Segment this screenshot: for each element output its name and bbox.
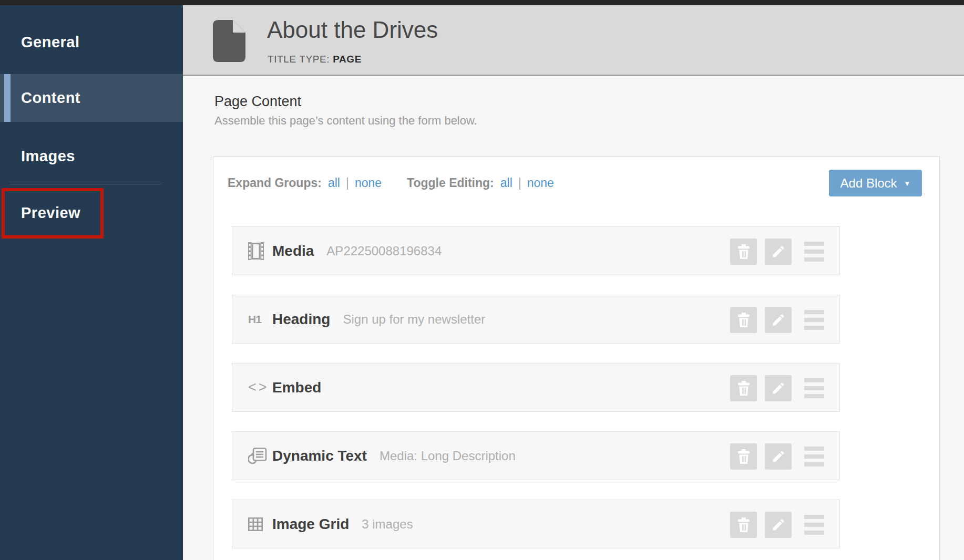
edit-block-button[interactable]	[765, 443, 792, 470]
trash-icon	[737, 449, 751, 464]
drag-handle-icon[interactable]	[804, 513, 824, 536]
block-sublabel: AP22250088196834	[326, 244, 442, 258]
drag-handle-icon[interactable]	[804, 376, 824, 400]
title-type-value: PAGE	[333, 54, 362, 65]
edit-block-button[interactable]	[765, 512, 792, 538]
separator: |	[346, 176, 349, 190]
sidebar-item-images[interactable]: Images	[0, 132, 183, 180]
block-label: Dynamic Text	[272, 448, 367, 464]
main-content: Page Content Assemble this page’s conten…	[183, 78, 964, 560]
delete-block-button[interactable]	[730, 307, 757, 333]
expand-groups-none-link[interactable]: none	[355, 176, 382, 190]
block-label: Heading	[272, 311, 330, 328]
title-type-label: TITLE TYPE:	[268, 54, 330, 65]
sidebar-item-general[interactable]: General	[0, 18, 183, 66]
heading-icon: H1	[248, 313, 272, 326]
image-grid-icon	[248, 517, 272, 531]
embed-icon: <>	[248, 379, 272, 396]
toggle-editing-label: Toggle Editing:	[407, 176, 494, 190]
separator: |	[518, 176, 521, 190]
block-label: Image Grid	[272, 516, 349, 533]
document-icon	[213, 20, 245, 62]
delete-block-button[interactable]	[730, 238, 757, 265]
browser-chrome-strip	[0, 0, 964, 5]
edit-block-button[interactable]	[765, 375, 792, 401]
trash-icon	[737, 313, 751, 327]
expand-groups-label: Expand Groups:	[228, 176, 322, 190]
trash-icon	[737, 381, 751, 396]
title-type: TITLE TYPE:PAGE	[268, 54, 362, 65]
drag-handle-icon[interactable]	[804, 240, 824, 263]
pencil-icon	[771, 381, 786, 396]
pencil-icon	[771, 313, 786, 327]
trash-icon	[737, 244, 751, 259]
sidebar-item-preview[interactable]: Preview	[0, 189, 183, 237]
page-title: About the Drives	[267, 17, 438, 43]
block-row-image-grid: Image Grid 3 images	[232, 500, 840, 548]
pencil-icon	[771, 449, 786, 464]
pencil-icon	[771, 244, 786, 259]
pencil-icon	[771, 517, 786, 532]
media-icon	[248, 242, 272, 260]
title-header: About the Drives TITLE TYPE:PAGE	[183, 5, 964, 76]
block-row-heading: H1 Heading Sign up for my newsletter	[232, 295, 840, 344]
sidebar-item-label: General	[21, 34, 80, 51]
section-heading: Page Content	[214, 94, 301, 110]
sidebar-item-label: Images	[21, 148, 75, 165]
block-label: Media	[272, 243, 314, 260]
delete-block-button[interactable]	[730, 512, 757, 538]
sidebar-divider	[9, 184, 162, 184]
add-block-button[interactable]: Add Block ▼	[829, 170, 922, 196]
block-row-dynamic-text: Dynamic Text Media: Long Description	[232, 431, 840, 480]
add-block-label: Add Block	[840, 176, 897, 191]
row-controls	[722, 227, 824, 276]
trash-icon	[737, 517, 751, 532]
active-accent-bar	[4, 74, 11, 122]
row-controls	[722, 295, 824, 344]
delete-block-button[interactable]	[730, 443, 757, 470]
chevron-down-icon: ▼	[904, 180, 911, 188]
block-sublabel: Sign up for my newsletter	[343, 312, 485, 327]
toggle-editing-none-link[interactable]: none	[527, 176, 554, 190]
sidebar-item-label: Content	[21, 89, 80, 107]
delete-block-button[interactable]	[730, 375, 757, 401]
panel-toolbar: Expand Groups: all | none Toggle Editing…	[228, 170, 554, 196]
block-sublabel: Media: Long Description	[380, 449, 516, 463]
edit-block-button[interactable]	[765, 307, 792, 333]
toggle-editing-all-link[interactable]: all	[500, 176, 512, 190]
block-sublabel: 3 images	[362, 517, 413, 532]
sidebar-item-label: Preview	[21, 204, 80, 222]
row-controls	[722, 364, 824, 412]
block-row-embed: <> Embed	[232, 363, 840, 412]
section-subheading: Assemble this page’s content using the f…	[214, 114, 477, 128]
drag-handle-icon[interactable]	[804, 308, 824, 331]
edit-block-button[interactable]	[765, 238, 792, 265]
dynamic-text-icon	[248, 448, 272, 464]
sidebar: General Content Images Preview	[0, 5, 183, 560]
drag-handle-icon[interactable]	[804, 444, 824, 468]
sidebar-item-content[interactable]: Content	[0, 74, 183, 122]
expand-groups-all-link[interactable]: all	[328, 176, 340, 190]
block-label: Embed	[272, 379, 321, 396]
row-controls	[722, 500, 824, 549]
block-row-media: Media AP22250088196834	[232, 226, 840, 275]
row-controls	[722, 432, 824, 481]
page-content-panel: Expand Groups: all | none Toggle Editing…	[213, 157, 940, 560]
